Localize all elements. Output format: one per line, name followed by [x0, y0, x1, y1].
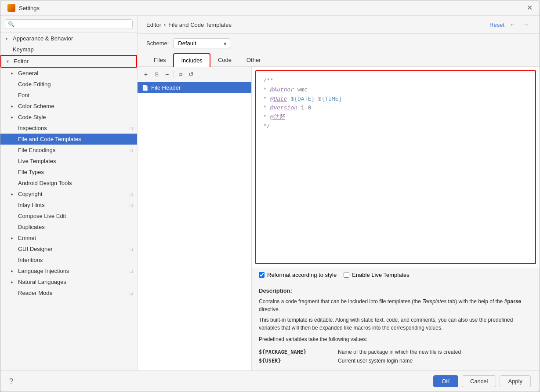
sidebar-item-code-editing[interactable]: Code Editing: [0, 79, 137, 90]
var-desc-2: Current user system login name: [338, 358, 413, 364]
description-area: Description: Contains a code fragment th…: [252, 282, 540, 370]
search-input-wrap[interactable]: 🔍: [5, 19, 133, 29]
footer-buttons: OK Cancel Apply: [433, 375, 531, 387]
file-icon: 📄: [142, 85, 149, 91]
ok-button[interactable]: OK: [433, 375, 458, 387]
tab-includes[interactable]: Includes: [173, 53, 210, 67]
scheme-select-wrap[interactable]: Default Project: [173, 38, 230, 48]
sidebar-tree: ▸ Appearance & Behavior Keymap ▾ Editor …: [0, 33, 137, 370]
copy-button[interactable]: ⎘: [152, 69, 161, 79]
sidebar-item-inlay-hints[interactable]: Inlay Hints □: [0, 200, 137, 211]
sidebar-item-label: Android Design Tools: [18, 180, 72, 186]
close-button[interactable]: ✕: [526, 5, 533, 11]
desc-text-4: This built-in template is editable. Alon…: [259, 317, 513, 331]
dialog-body: 🔍 ▸ Appearance & Behavior Keymap ▾: [0, 16, 540, 370]
var-desc-1: Name of the package in which the new fil…: [338, 349, 461, 355]
window-title: Settings: [19, 5, 40, 11]
toolbar: + ⎘ − ⧉ ↺: [138, 67, 251, 82]
breadcrumb-parent: Editor: [146, 22, 161, 28]
sidebar-item-android-design[interactable]: Android Design Tools: [0, 178, 137, 189]
bottom-options: Reformat according to style Enable Live …: [252, 268, 540, 282]
add-button[interactable]: +: [141, 69, 151, 79]
sidebar-item-label: Code Editing: [18, 81, 51, 87]
sidebar-item-label: Font: [18, 92, 29, 98]
sidebar-item-label: Inspections: [18, 125, 47, 131]
live-templates-label[interactable]: Enable Live Templates: [352, 272, 410, 278]
sidebar-item-label: Duplicates: [18, 224, 45, 230]
tab-files[interactable]: Files: [146, 53, 173, 67]
split-pane: + ⎘ − ⧉ ↺ 📄 File Header: [138, 67, 540, 370]
breadcrumb-sep: ›: [164, 22, 166, 28]
sidebar-item-emmet[interactable]: ▸ Emmet: [0, 232, 137, 243]
sidebar-item-duplicates[interactable]: Duplicates: [0, 221, 137, 232]
sidebar-item-label: Color Scheme: [18, 103, 54, 109]
sidebar-item-compose-live-edit[interactable]: Compose Live Edit: [0, 211, 137, 221]
sidebar-item-label: GUI Designer: [18, 246, 53, 252]
reset-button[interactable]: Reset: [489, 22, 504, 28]
sidebar-item-label: Editor: [14, 58, 29, 65]
title-bar: Settings ✕: [0, 0, 540, 16]
search-input[interactable]: [16, 21, 130, 27]
scheme-select[interactable]: Default Project: [173, 38, 230, 48]
sidebar-item-label: Reader Mode: [18, 290, 53, 296]
sidebar-item-label: Compose Live Edit: [18, 213, 66, 219]
sidebar: 🔍 ▸ Appearance & Behavior Keymap ▾: [0, 16, 138, 370]
sidebar-item-natural-languages[interactable]: ▸ Natural Languages: [0, 276, 137, 287]
remove-button[interactable]: −: [162, 69, 172, 79]
sidebar-item-appearance[interactable]: ▸ Appearance & Behavior: [0, 33, 137, 44]
desc-text-2: tab) with the help of the: [448, 298, 503, 305]
sidebar-item-intentions[interactable]: Intentions: [0, 254, 137, 265]
sidebar-item-file-types[interactable]: File Types: [0, 167, 137, 178]
sidebar-item-keymap[interactable]: Keymap: [0, 44, 137, 55]
sidebar-item-color-scheme[interactable]: ▸ Color Scheme: [0, 101, 137, 112]
help-button[interactable]: ?: [9, 377, 13, 385]
code-editor[interactable]: /** * @Author wmc * @Date ${DATE} ${TIME…: [255, 70, 536, 264]
nav-back-button[interactable]: ←: [508, 20, 518, 29]
sidebar-item-reader-mode[interactable]: Reader Mode □: [0, 287, 137, 298]
sidebar-item-code-style[interactable]: ▸ Code Style: [0, 112, 137, 123]
tab-other[interactable]: Other: [239, 53, 268, 67]
badge-lang: □: [130, 269, 133, 274]
sidebar-item-label: Natural Languages: [18, 279, 66, 285]
code-line-5: * @注释: [263, 113, 528, 122]
file-item-label: File Header: [151, 84, 181, 91]
sidebar-item-file-code-templates[interactable]: File and Code Templates: [0, 134, 137, 145]
description-body: Contains a code fragment that can be inc…: [259, 298, 533, 313]
sidebar-item-copyright[interactable]: ▸ Copyright □: [0, 189, 137, 200]
badge-file-enc: □: [130, 148, 133, 153]
sidebar-item-font[interactable]: Font: [0, 90, 137, 101]
sidebar-item-label: File and Code Templates: [18, 136, 81, 142]
desc-text-3: directive.: [259, 306, 280, 312]
description-body-3: Predefined variables take the following …: [259, 335, 533, 343]
sidebar-item-gui-designer[interactable]: GUI Designer □: [0, 243, 137, 254]
apply-button[interactable]: Apply: [500, 375, 531, 387]
cancel-button[interactable]: Cancel: [462, 375, 496, 387]
desc-text-5: Predefined variables take the following …: [259, 336, 367, 342]
sidebar-item-editor[interactable]: ▾ Editor: [0, 55, 137, 68]
live-templates-checkbox[interactable]: [344, 272, 349, 278]
file-item-header[interactable]: 📄 File Header: [138, 82, 251, 93]
code-line-6: */: [263, 122, 528, 131]
file-list: 📄 File Header: [138, 82, 251, 370]
sidebar-item-lang-injections[interactable]: ▸ Language Injections □: [0, 265, 137, 276]
sidebar-item-label: Emmet: [18, 235, 36, 241]
title-bar-left: Settings: [7, 4, 40, 12]
sidebar-item-live-templates[interactable]: Live Templates: [0, 156, 137, 167]
reformat-checkbox[interactable]: [259, 272, 265, 278]
sidebar-item-label: Keymap: [13, 46, 34, 53]
tab-code[interactable]: Code: [210, 53, 239, 67]
tabs-row: Files Includes Code Other: [138, 53, 540, 67]
right-pane: /** * @Author wmc * @Date ${DATE} ${TIME…: [252, 67, 540, 370]
sidebar-item-inspections[interactable]: Inspections □: [0, 123, 137, 134]
sidebar-item-general[interactable]: ▸ General: [0, 68, 137, 79]
reset-default-button[interactable]: ↺: [186, 69, 196, 79]
reformat-label[interactable]: Reformat according to style: [267, 272, 337, 278]
sidebar-item-label: Appearance & Behavior: [13, 35, 73, 42]
dialog-footer: ? OK Cancel Apply: [0, 370, 540, 392]
left-pane: + ⎘ − ⧉ ↺ 📄 File Header: [138, 67, 252, 370]
nav-forward-button[interactable]: →: [521, 20, 531, 29]
sidebar-item-file-encodings[interactable]: File Encodings □: [0, 145, 137, 156]
toolbar-separator: [174, 71, 174, 78]
main-header: Editor › File and Code Templates Reset ←…: [138, 16, 540, 34]
duplicate-button[interactable]: ⧉: [176, 69, 185, 79]
